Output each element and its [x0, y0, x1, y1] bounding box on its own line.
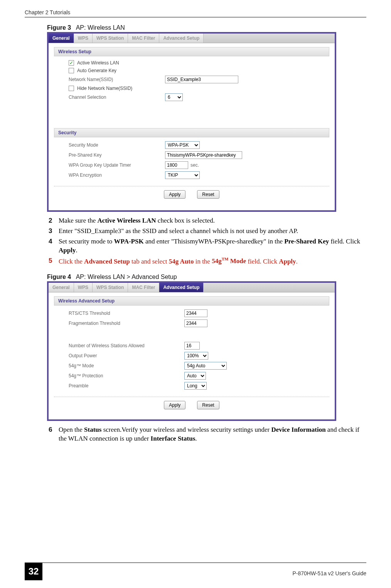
rts-input[interactable]	[184, 309, 207, 317]
advanced-panel-body: Wireless Advanced Setup RTS/CTS Threshol…	[49, 292, 335, 419]
preamble-select[interactable]: Long	[184, 382, 207, 390]
rts-label: RTS/CTS Threshold	[69, 311, 184, 316]
output-power-row: Output Power 100%	[69, 352, 329, 360]
frag-row: Fragmentation Threshold	[69, 319, 329, 327]
active-wlan-row: Active Wireless LAN	[69, 60, 329, 66]
wpa-encryption-select[interactable]: TKIP	[165, 171, 200, 179]
channel-label: Channel Selection	[69, 95, 165, 100]
auto-generate-key-row: Auto Generate Key	[69, 68, 329, 73]
button-row-adv: Apply Reset	[54, 401, 329, 409]
prot54-row: 54g™ Protection Auto	[69, 372, 329, 380]
group-key-timer-input[interactable]	[165, 161, 188, 169]
wireless-setup-section-header: Wireless Setup	[54, 47, 329, 56]
psk-label: Pre-Shared Key	[69, 152, 165, 158]
output-power-select[interactable]: 100%	[184, 352, 208, 360]
chapter-header: Chapter 2 Tutorials	[25, 9, 366, 17]
tab-advanced-setup-adv[interactable]: Advanced Setup	[159, 283, 204, 292]
step-5: 5 Click the Advanced Setup tab and selec…	[49, 257, 366, 266]
figure4-screenshot: General WPS WPS Station MAC Filter Advan…	[47, 281, 336, 421]
group-key-timer-label: WPA Group Key Update Timer	[69, 162, 165, 168]
hide-ssid-checkbox[interactable]	[69, 86, 74, 91]
page-number: 32	[25, 563, 42, 580]
security-mode-row: Security Mode WPA-PSK	[69, 141, 329, 149]
step-5-number: 5	[49, 257, 59, 266]
step-6-text: Open the Status screen.Verify your wirel…	[59, 426, 366, 443]
step-2-number: 2	[49, 216, 59, 225]
tab-wps-station-adv[interactable]: WPS Station	[93, 283, 128, 292]
step-3: 3 Enter "SSID_Example3" as the SSID and …	[49, 227, 366, 236]
mode54-select[interactable]: 54g Auto	[184, 362, 227, 370]
step-5-text: Click the Advanced Setup tab and select …	[59, 257, 366, 266]
frag-input[interactable]	[184, 319, 207, 327]
ssid-row: Network Name(SSID)	[69, 76, 329, 83]
general-panel-body: Wireless Setup Active Wireless LAN Auto …	[49, 43, 335, 210]
hide-ssid-label: Hide Network Name(SSID)	[77, 86, 132, 91]
step-6-number: 6	[49, 426, 59, 443]
tab-advanced-setup[interactable]: Advanced Setup	[159, 34, 204, 43]
group-key-timer-suffix: sec.	[190, 162, 199, 168]
apply-button-adv[interactable]: Apply	[164, 401, 185, 409]
steps-block-2: 6 Open the Status screen.Verify your wir…	[49, 426, 366, 443]
group-key-timer-row: WPA Group Key Update Timer sec.	[69, 161, 329, 169]
tab-wps-station[interactable]: WPS Station	[93, 34, 128, 43]
wpa-encryption-label: WPA Encryption	[69, 172, 165, 178]
tab-wps[interactable]: WPS	[74, 34, 93, 43]
mode54-row: 54g™ Mode 54g Auto	[69, 362, 329, 370]
step-2: 2 Make sure the Active Wireless LAN chec…	[49, 216, 366, 225]
wpa-encryption-row: WPA Encryption TKIP	[69, 171, 329, 179]
step-4-text: Set security mode to WPA-PSK and enter "…	[59, 237, 366, 255]
step-6: 6 Open the Status screen.Verify your wir…	[49, 426, 366, 443]
reset-button[interactable]: Reset	[197, 190, 219, 199]
step-2-text: Make sure the Active Wireless LAN check …	[59, 216, 366, 225]
figure3-screenshot: General WPS WPS Station MAC Filter Advan…	[47, 32, 336, 212]
step-3-text: Enter "SSID_Example3" as the SSID and se…	[59, 227, 366, 236]
psk-row: Pre-Shared Key	[69, 151, 329, 159]
tab-mac-filter-adv[interactable]: MAC Filter	[128, 283, 159, 292]
figure4-text: AP: Wireless LAN > Advanced Setup	[76, 274, 177, 280]
reset-button-adv[interactable]: Reset	[197, 401, 219, 409]
figure4-caption: Figure 4 AP: Wireless LAN > Advanced Set…	[47, 274, 366, 280]
rts-row: RTS/CTS Threshold	[69, 309, 329, 317]
steps-block-1: 2 Make sure the Active Wireless LAN chec…	[49, 216, 366, 266]
hide-ssid-row: Hide Network Name(SSID)	[69, 86, 329, 91]
step-4: 4 Set security mode to WPA-PSK and enter…	[49, 237, 366, 255]
active-wlan-label: Active Wireless LAN	[77, 60, 119, 66]
channel-row: Channel Selection 6	[69, 93, 329, 101]
figure4-number: Figure 4	[47, 274, 71, 280]
prot54-label: 54g™ Protection	[69, 373, 184, 378]
ssid-input[interactable]	[165, 76, 238, 83]
tab-wps-adv[interactable]: WPS	[74, 283, 93, 292]
page-footer: 32 P-870HW-51a v2 User's Guide	[25, 563, 366, 580]
auto-generate-key-checkbox[interactable]	[69, 68, 74, 73]
frag-label: Fragmentation Threshold	[69, 321, 184, 326]
apply-button[interactable]: Apply	[164, 190, 185, 199]
ssid-label: Network Name(SSID)	[69, 77, 165, 82]
button-row: Apply Reset	[54, 190, 329, 199]
output-power-label: Output Power	[69, 353, 184, 358]
psk-input[interactable]	[165, 151, 242, 159]
separator	[54, 186, 329, 186]
stations-label: Number of Wireless Stations Allowed	[69, 343, 184, 348]
figure3-caption: Figure 3 AP: Wireless LAN	[47, 24, 366, 31]
prot54-select[interactable]: Auto	[184, 372, 206, 380]
stations-row: Number of Wireless Stations Allowed	[69, 342, 329, 350]
stations-input[interactable]	[184, 342, 200, 350]
tab-general[interactable]: General	[49, 34, 74, 43]
figure3-number: Figure 3	[47, 24, 71, 31]
wireless-advanced-section-header: Wireless Advanced Setup	[54, 296, 329, 306]
tabs-bar-adv: General WPS WPS Station MAC Filter Advan…	[49, 283, 335, 292]
preamble-label: Preamble	[69, 383, 184, 389]
step-4-number: 4	[49, 237, 59, 255]
security-mode-label: Security Mode	[69, 142, 165, 148]
tab-mac-filter[interactable]: MAC Filter	[128, 34, 159, 43]
separator-adv	[54, 397, 329, 397]
step-3-number: 3	[49, 227, 59, 236]
active-wlan-checkbox[interactable]	[69, 60, 74, 66]
security-mode-select[interactable]: WPA-PSK	[165, 141, 200, 149]
auto-generate-key-label: Auto Generate Key	[77, 68, 116, 73]
channel-select[interactable]: 6	[165, 93, 183, 101]
figure3-text: AP: Wireless LAN	[76, 24, 125, 31]
footer-guide-text: P-870HW-51a v2 User's Guide	[293, 567, 367, 576]
tab-general-adv[interactable]: General	[49, 283, 74, 292]
security-section-header: Security	[54, 128, 329, 137]
